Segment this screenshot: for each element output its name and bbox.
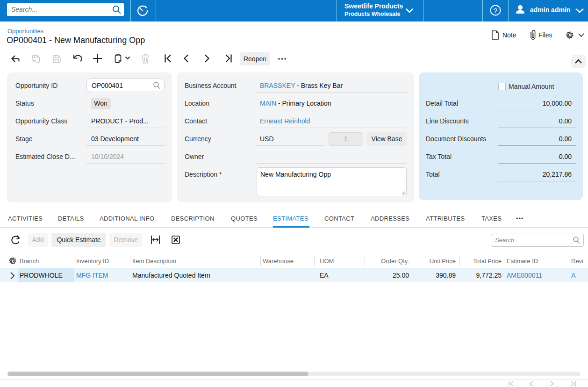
svg-text:?: ? <box>494 7 497 14</box>
